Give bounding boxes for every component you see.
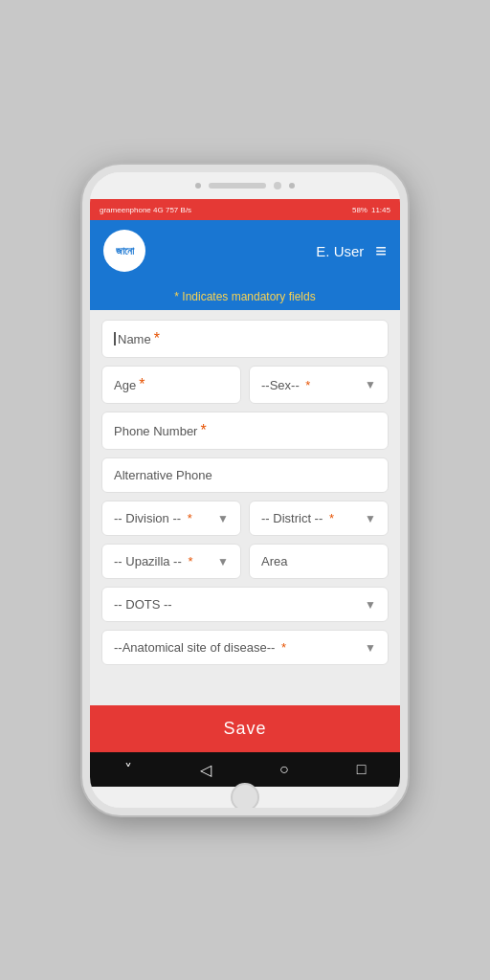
battery-text: 58% — [352, 206, 368, 214]
upazilla-required-star: * — [188, 554, 192, 568]
district-required-star: * — [329, 511, 334, 525]
district-label-text: -- District -- * — [261, 511, 334, 525]
anatomical-dropdown-arrow: ▼ — [365, 641, 376, 655]
anatomical-field[interactable]: --Anatomical site of disease-- * ▼ — [101, 630, 389, 665]
anatomical-label: --Anatomical site of disease-- — [114, 640, 275, 655]
dots-field[interactable]: -- DOTS -- ▼ — [101, 587, 389, 622]
header-right: E. User ≡ — [316, 240, 387, 262]
carrier-text: grameenphone — [100, 206, 151, 214]
cursor — [114, 332, 116, 345]
upazilla-field[interactable]: -- Upazilla -- * ▼ — [101, 544, 241, 579]
nav-back-icon[interactable]: ◁ — [200, 761, 212, 779]
division-label-text: -- Division -- * — [114, 511, 192, 525]
phone-field[interactable]: Phone Number * — [101, 412, 389, 450]
area-label: Area — [261, 554, 287, 568]
dots-label: -- DOTS -- — [114, 597, 172, 612]
anatomical-label-text: --Anatomical site of disease-- * — [114, 640, 286, 655]
upazilla-area-row: -- Upazilla -- * ▼ Area — [101, 544, 389, 579]
speaker — [209, 183, 266, 189]
division-label: -- Division -- — [114, 511, 181, 525]
nav-bar: ˅ ◁ ○ □ — [90, 752, 400, 787]
camera — [274, 182, 281, 189]
signal-text: 4G — [153, 206, 164, 214]
front-sensor-2 — [289, 183, 295, 189]
district-label: -- District -- — [261, 511, 323, 525]
carrier-info: grameenphone 4G 757 B/s — [100, 206, 191, 214]
age-label: Age — [114, 378, 136, 392]
upazilla-label: -- Upazilla -- — [114, 554, 182, 568]
phone-bottom — [90, 787, 400, 808]
form-container: Name * Age * --Sex-- * ▼ Phone Number * — [90, 310, 400, 705]
sex-dropdown-arrow: ▼ — [365, 378, 376, 391]
sex-field[interactable]: --Sex-- * ▼ — [249, 366, 389, 404]
upazilla-dropdown-arrow: ▼ — [217, 555, 229, 568]
app-header: জানো E. User ≡ — [90, 220, 400, 281]
mandatory-notice-label: Indicates mandatory fields — [182, 290, 315, 303]
logo-text: জানো — [116, 245, 134, 257]
age-sex-row: Age * --Sex-- * ▼ — [101, 366, 389, 404]
home-button-physical[interactable] — [231, 783, 259, 812]
menu-icon[interactable]: ≡ — [375, 240, 387, 262]
nav-recent-icon[interactable]: □ — [357, 761, 367, 778]
mandatory-star: * — [174, 290, 179, 303]
area-field[interactable]: Area — [249, 544, 389, 579]
phone-required-star: * — [200, 422, 206, 439]
age-required-star: * — [139, 376, 145, 393]
data-speed: 757 B/s — [166, 206, 191, 214]
anatomical-required-star: * — [281, 640, 286, 655]
mandatory-notice-bar: * Indicates mandatory fields — [90, 281, 400, 310]
status-bar: grameenphone 4G 757 B/s 58% 11:45 — [90, 199, 400, 220]
upazilla-label-text: -- Upazilla -- * — [114, 554, 192, 568]
name-field[interactable]: Name * — [101, 320, 389, 358]
sex-required-star: * — [305, 378, 310, 392]
name-label: Name — [118, 332, 151, 346]
app-logo: জানো — [103, 230, 145, 272]
phone-top — [90, 172, 400, 199]
front-sensor — [195, 183, 201, 189]
nav-chevron-icon[interactable]: ˅ — [124, 761, 132, 779]
mandatory-text: * Indicates mandatory fields — [174, 290, 315, 303]
time-text: 11:45 — [371, 206, 390, 214]
nav-home-icon[interactable]: ○ — [279, 761, 289, 778]
status-right: 58% 11:45 — [352, 206, 390, 214]
alt-phone-field[interactable]: Alternative Phone — [101, 457, 389, 493]
sex-label-text: --Sex-- — [261, 378, 300, 392]
district-field[interactable]: -- District -- * ▼ — [249, 501, 389, 536]
save-button[interactable]: Save — [90, 705, 400, 752]
name-required-star: * — [154, 330, 160, 347]
alt-phone-label: Alternative Phone — [114, 468, 212, 482]
phone-label: Phone Number — [114, 424, 197, 438]
dots-dropdown-arrow: ▼ — [365, 598, 376, 612]
division-district-row: -- Division -- * ▼ -- District -- * ▼ — [101, 501, 389, 536]
division-required-star: * — [188, 511, 192, 525]
district-dropdown-arrow: ▼ — [365, 512, 376, 525]
sex-label: --Sex-- * — [261, 378, 310, 392]
username-label: E. User — [316, 243, 364, 259]
division-field[interactable]: -- Division -- * ▼ — [101, 501, 241, 536]
age-field[interactable]: Age * — [101, 366, 241, 404]
division-dropdown-arrow: ▼ — [217, 512, 229, 525]
phone-frame: grameenphone 4G 757 B/s 58% 11:45 জানো E… — [82, 165, 408, 815]
